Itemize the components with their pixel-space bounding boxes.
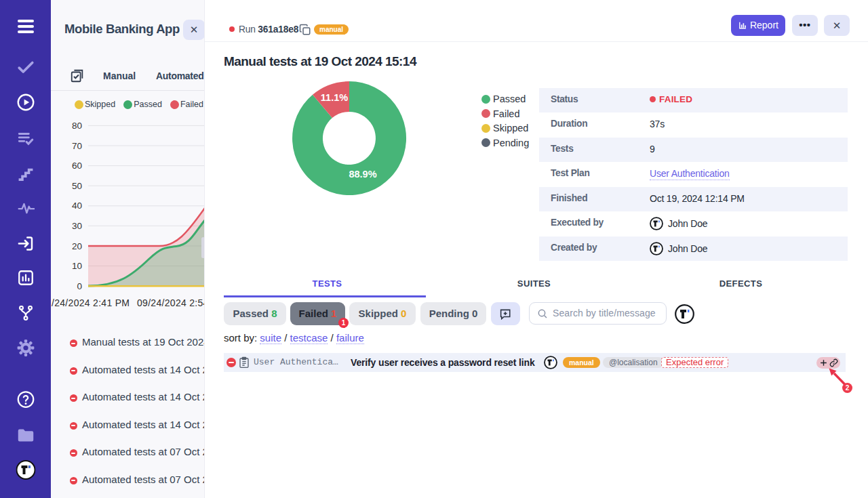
svg-text:50: 50 (72, 181, 82, 191)
svg-text:70: 70 (72, 141, 82, 151)
svg-text:80: 80 (72, 121, 82, 131)
svg-text:10: 10 (72, 261, 82, 271)
svg-text:11.1%: 11.1% (321, 92, 348, 103)
svg-text:20: 20 (72, 241, 82, 251)
svg-text:60: 60 (72, 161, 82, 171)
svg-text:0: 0 (77, 281, 82, 291)
svg-text:40: 40 (72, 201, 82, 211)
svg-text:88.9%: 88.9% (349, 169, 376, 180)
svg-text:30: 30 (72, 221, 82, 231)
